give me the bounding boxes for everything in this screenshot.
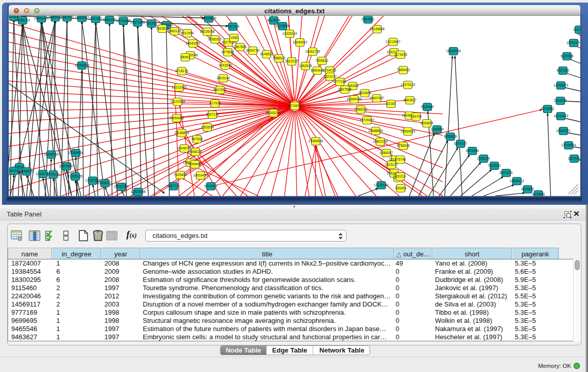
svg-text:10607487: 10607487 xyxy=(369,96,384,100)
svg-text:6794028: 6794028 xyxy=(323,69,336,72)
svg-text:1621072: 1621072 xyxy=(323,75,337,78)
svg-text:5322037: 5322037 xyxy=(285,59,298,63)
svg-text:1980435: 1980435 xyxy=(49,16,62,19)
svg-text:16648784: 16648784 xyxy=(446,49,461,53)
svg-text:8186323: 8186323 xyxy=(208,37,222,41)
svg-text:12923448: 12923448 xyxy=(131,190,146,193)
svg-text:7663822: 7663822 xyxy=(156,27,169,30)
svg-text:12213967: 12213967 xyxy=(386,40,401,43)
svg-text:3875685: 3875685 xyxy=(221,50,234,54)
svg-text:16210643: 16210643 xyxy=(554,114,569,118)
svg-text:975746: 975746 xyxy=(395,158,406,161)
svg-text:1244415: 1244415 xyxy=(554,99,567,102)
svg-text:8099489: 8099489 xyxy=(188,162,202,166)
svg-text:7386322: 7386322 xyxy=(354,107,367,111)
svg-text:7581503: 7581503 xyxy=(60,16,74,19)
svg-text:16033809: 16033809 xyxy=(202,16,216,20)
svg-text:12213383: 12213383 xyxy=(172,85,187,89)
svg-text:8215953: 8215953 xyxy=(541,107,554,111)
svg-text:14055714: 14055714 xyxy=(15,18,30,22)
svg-text:8960125: 8960125 xyxy=(168,29,181,33)
svg-text:12093873: 12093873 xyxy=(554,83,569,87)
svg-text:16154808: 16154808 xyxy=(370,27,385,31)
svg-text:15692971: 15692971 xyxy=(556,129,571,133)
svg-text:9242848: 9242848 xyxy=(219,63,232,67)
svg-text:933426: 933426 xyxy=(395,186,406,190)
svg-text:6466160: 6466160 xyxy=(103,18,116,21)
svg-text:10654112: 10654112 xyxy=(510,179,525,183)
svg-text:13325419: 13325419 xyxy=(282,32,297,35)
svg-text:1156829: 1156829 xyxy=(20,169,33,173)
svg-text:17016504: 17016504 xyxy=(561,143,576,147)
svg-text:16107553: 16107553 xyxy=(170,100,185,103)
svg-text:2967608: 2967608 xyxy=(233,45,247,49)
svg-text:9699695: 9699695 xyxy=(420,121,433,125)
svg-text:19384554: 19384554 xyxy=(309,139,323,143)
svg-text:8990448: 8990448 xyxy=(311,69,324,72)
svg-text:19218506: 19218506 xyxy=(275,24,290,28)
svg-text:15640910: 15640910 xyxy=(293,40,308,44)
svg-text:5716485: 5716485 xyxy=(204,184,217,188)
svg-text:18807249: 18807249 xyxy=(373,140,388,143)
svg-text:10653287: 10653287 xyxy=(75,16,90,19)
svg-text:17359924: 17359924 xyxy=(69,151,83,155)
svg-text:18724007: 18724007 xyxy=(288,104,302,107)
svg-text:9474444: 9474444 xyxy=(466,149,479,152)
svg-text:16961755: 16961755 xyxy=(306,50,320,53)
svg-text:1588520: 1588520 xyxy=(272,56,286,60)
svg-text:867833: 867833 xyxy=(191,137,203,141)
svg-text:9227342: 9227342 xyxy=(556,69,570,72)
svg-text:1353594: 1353594 xyxy=(201,125,214,129)
svg-text:16914479: 16914479 xyxy=(193,173,208,177)
svg-text:9084067: 9084067 xyxy=(380,151,393,155)
svg-text:9329966: 9329966 xyxy=(560,54,574,58)
svg-text:19654983: 19654983 xyxy=(169,116,184,120)
svg-text:10688609: 10688609 xyxy=(368,129,383,133)
svg-text:9657771: 9657771 xyxy=(167,184,180,188)
svg-text:23975867: 23975867 xyxy=(59,164,74,168)
svg-text:9777169: 9777169 xyxy=(333,80,346,83)
svg-text:16782759: 16782759 xyxy=(114,185,129,188)
svg-text:1173493: 1173493 xyxy=(395,53,407,56)
svg-text:19166825: 19166825 xyxy=(175,131,189,135)
svg-text:15720407: 15720407 xyxy=(360,118,375,122)
svg-text:9379046: 9379046 xyxy=(532,192,545,196)
svg-text:3824554: 3824554 xyxy=(358,91,372,95)
svg-text:417006: 417006 xyxy=(209,101,221,105)
svg-text:8454749: 8454749 xyxy=(246,49,259,52)
svg-text:7632621: 7632621 xyxy=(488,164,501,167)
svg-text:1362615: 1362615 xyxy=(299,64,312,68)
svg-text:20364436: 20364436 xyxy=(347,97,362,101)
svg-text:6879197: 6879197 xyxy=(454,142,467,145)
svg-text:1145194: 1145194 xyxy=(47,172,60,176)
svg-text:20206555: 20206555 xyxy=(44,152,59,156)
svg-text:25300275: 25300275 xyxy=(266,111,281,115)
svg-text:9463627: 9463627 xyxy=(403,98,417,102)
svg-text:9245652: 9245652 xyxy=(521,187,534,191)
svg-text:10046758: 10046758 xyxy=(177,146,192,150)
svg-text:8813054: 8813054 xyxy=(267,18,280,22)
svg-text:2718176: 2718176 xyxy=(175,69,188,73)
svg-text:8912954: 8912954 xyxy=(181,31,194,35)
svg-text:12505135: 12505135 xyxy=(68,174,83,178)
svg-text:2987682: 2987682 xyxy=(361,17,375,21)
svg-text:16671355: 16671355 xyxy=(130,20,145,24)
svg-text:8427552: 8427552 xyxy=(213,88,227,92)
svg-text:8471676: 8471676 xyxy=(499,171,513,174)
svg-text:2935114: 2935114 xyxy=(477,157,490,160)
svg-text:62160: 62160 xyxy=(386,102,396,105)
svg-text:20691406: 20691406 xyxy=(34,16,49,20)
svg-text:20053346: 20053346 xyxy=(75,63,90,67)
svg-text:9756928: 9756928 xyxy=(397,144,410,147)
svg-text:53226058: 53226058 xyxy=(200,30,215,33)
svg-text:1167531: 1167531 xyxy=(568,157,580,160)
svg-text:16543382: 16543382 xyxy=(186,41,201,45)
svg-text:12975115: 12975115 xyxy=(401,83,416,86)
svg-text:8958928: 8958928 xyxy=(444,135,457,138)
svg-text:9515440: 9515440 xyxy=(421,105,434,108)
svg-text:10958107: 10958107 xyxy=(98,181,113,185)
svg-text:9498222: 9498222 xyxy=(189,150,202,154)
svg-text:3267130: 3267130 xyxy=(206,113,219,116)
svg-text:98961: 98961 xyxy=(181,55,190,59)
svg-text:19654923: 19654923 xyxy=(401,129,416,133)
